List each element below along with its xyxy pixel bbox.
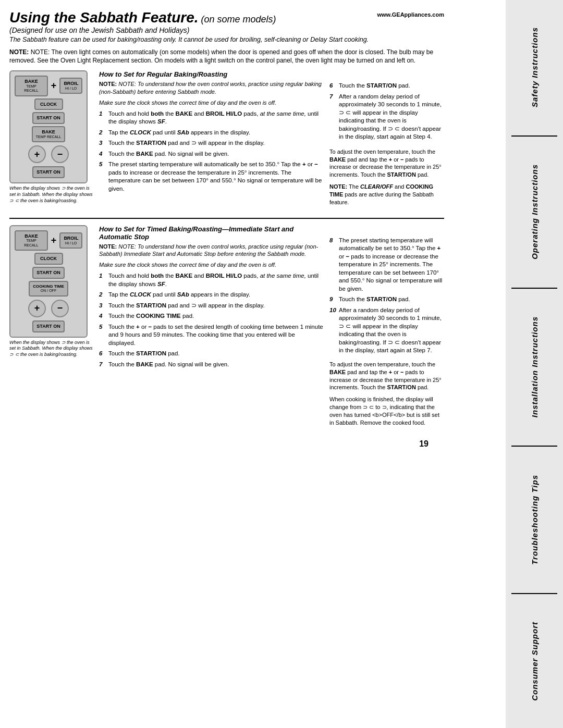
panel2-clock-row: CLOCK xyxy=(15,253,82,265)
right-instructions-col-1: 6 Touch the START/ON pad. 7 After a rand… xyxy=(329,70,444,209)
step-1-6: 6 Touch the START/ON pad. xyxy=(329,82,444,90)
section-divider xyxy=(9,218,444,219)
panel-start2-row: START ON xyxy=(15,166,82,178)
instructions-col-2: How to Set for Timed Baking/Roasting—Imm… xyxy=(99,225,323,431)
adjust-note-2: To adjust the oven temperature, touch th… xyxy=(329,361,444,391)
sidebar-divider-4 xyxy=(511,593,557,594)
sidebar-divider-1 xyxy=(511,135,557,137)
section2-clock-note: Make sure the clock shows the correct ti… xyxy=(99,261,323,269)
section1-clock-note: Make sure the clock shows the correct ti… xyxy=(99,99,323,107)
instructions-col-1: How to Set for Regular Baking/Roasting N… xyxy=(99,70,323,209)
start-on-button: START ON xyxy=(32,112,64,124)
clock2-button: CLOCK xyxy=(34,253,63,265)
step-1-4: 4 Touch the BAKE pad. No signal will be … xyxy=(99,150,323,158)
pm-row-1: + − xyxy=(28,145,69,163)
panel-caption-1: When the display shows ⊃ the oven is set… xyxy=(9,186,93,204)
panel2-start2-row: START ON xyxy=(15,320,82,332)
step-2-4: 4 Touch the COOKING TIME pad. xyxy=(99,312,323,320)
page-title: Using the Sabbath Feature. (on some mode… xyxy=(9,9,276,34)
step-2-2: 2 Tap the CLOCK pad until SAb appears in… xyxy=(99,291,323,299)
title-main: Using the Sabbath Feature. xyxy=(9,9,199,26)
panel-bake2-row: BAKE TEMP RECALL xyxy=(15,126,82,142)
step-2-5: 5 Touch the + or − pads to set the desir… xyxy=(99,323,323,348)
adjust-note-1: To adjust the oven temperature, touch th… xyxy=(329,148,444,179)
main-content: Using the Sabbath Feature. (on some mode… xyxy=(0,0,454,458)
cooking-time-button: COOKING TIME ON / OFF xyxy=(29,281,68,297)
control-panel-col-1: BAKE TEMP RECALL + BROIL HI / LO CLOCK xyxy=(9,70,93,209)
note-clear-1: NOTE: The CLEAR/OFF and COOKING TIME pad… xyxy=(329,183,444,206)
plus-icon: + xyxy=(51,80,57,91)
section2-note: NOTE: NOTE: To understand how the oven c… xyxy=(99,243,323,258)
step-2-6: 6 Touch the START/ON pad. xyxy=(99,350,323,358)
pm-row-2: + − xyxy=(28,300,69,317)
sidebar-divider-3 xyxy=(511,446,557,447)
start2-on2-button: START ON xyxy=(32,320,64,332)
section1: BAKE TEMP RECALL + BROIL HI / LO CLOCK xyxy=(9,70,444,209)
panel-caption-2: When the display shows ⊃ the oven is set… xyxy=(9,340,93,358)
step-1-1: 1 Touch and hold both the BAKE and BROIL… xyxy=(99,110,323,126)
section2-header: How to Set for Timed Baking/Roasting—Imm… xyxy=(99,225,323,241)
panel-start-row: START ON xyxy=(15,112,82,124)
broil2-button: BROIL HI / LO xyxy=(59,232,82,249)
panel2-cooking-time-row: COOKING TIME ON / OFF xyxy=(15,281,82,297)
step-1-2: 2 Tap the CLOCK pad until SAb appears in… xyxy=(99,129,323,137)
panel2-bake-broil-row: BAKE TEMP RECALL + BROIL HI / LO xyxy=(15,230,82,251)
section2: BAKE TEMP RECALL + BROIL HI / LO CLOCK xyxy=(9,225,444,431)
step-1-5: 5 The preset starting temperature will a… xyxy=(99,161,323,193)
sidebar-consumer: Consumer Support xyxy=(530,616,539,706)
sidebar-safety: Safety Instructions xyxy=(530,22,539,113)
sidebar-troubleshooting: Troubleshooting Tips xyxy=(530,470,539,570)
plus-icon-s2: + xyxy=(51,235,57,246)
sidebar-operating: Operating Instructions xyxy=(530,159,539,265)
panel2-start-row: START ON xyxy=(15,267,82,279)
start-on2-button: START ON xyxy=(32,166,64,178)
control-panel-col-2: BAKE TEMP RECALL + BROIL HI / LO CLOCK xyxy=(9,225,93,431)
sidebar-divider-2 xyxy=(511,288,557,289)
sidebar-installation: Installation Instructions xyxy=(530,311,539,423)
plus-circle-s2: + xyxy=(28,300,46,317)
step-2-9: 9 Touch the START/ON pad. xyxy=(329,295,444,304)
minus-circle-s2: − xyxy=(51,300,69,317)
control-panel-2: BAKE TEMP RECALL + BROIL HI / LO CLOCK xyxy=(9,225,88,338)
website-url: www.GEAppliances.com xyxy=(377,11,444,18)
bake2-button: BAKE TEMP RECALL xyxy=(32,126,66,142)
step-2-1: 1 Touch and hold both the BAKE and BROIL… xyxy=(99,272,323,288)
plus-circle: + xyxy=(28,145,46,163)
minus-circle: − xyxy=(51,145,69,163)
start2-on-button: START ON xyxy=(32,267,64,279)
step-2-7: 7 Touch the BAKE pad. No signal will be … xyxy=(99,361,323,369)
bake-button: BAKE TEMP RECALL xyxy=(15,76,48,96)
page-header: Using the Sabbath Feature. (on some mode… xyxy=(9,9,444,34)
page-number: 19 xyxy=(9,439,444,449)
control-panel-1: BAKE TEMP RECALL + BROIL HI / LO CLOCK xyxy=(9,70,88,183)
clock-button: CLOCK xyxy=(34,98,63,110)
step-2-8: 8 The preset starting temperature will a… xyxy=(329,237,444,293)
step-1-3: 3 Touch the START/ON pad and ⊃ will appe… xyxy=(99,139,323,147)
section1-note: NOTE: NOTE: To understand how the oven c… xyxy=(99,80,323,96)
panel-clock-row: CLOCK xyxy=(15,98,82,110)
step-1-7: 7 After a random delay period of approxi… xyxy=(329,93,444,141)
step-2-10: 10 After a random delay period of approx… xyxy=(329,306,444,355)
panel-bake-broil-row: BAKE TEMP RECALL + BROIL HI / LO xyxy=(15,76,82,96)
step-2-3: 3 Touch the START/ON pad and ⊃ will appe… xyxy=(99,302,323,310)
intro-text: The Sabbath feature can be used for baki… xyxy=(9,35,444,45)
section1-header: How to Set for Regular Baking/Roasting xyxy=(99,70,323,78)
finish-note: When cooking is finished, the display wi… xyxy=(329,396,444,426)
broil-button: BROIL HI / LO xyxy=(59,78,82,94)
title-suffix: (on some models) xyxy=(199,14,276,24)
note-text: NOTE: NOTE: The oven light comes on auto… xyxy=(9,48,444,66)
right-instructions-col-2: 8 The preset starting temperature will a… xyxy=(329,225,444,431)
bake2-button-s2: BAKE TEMP RECALL xyxy=(15,230,48,251)
page-subtitle: (Designed for use on the Jewish Sabbath … xyxy=(9,26,276,34)
right-sidebar: Safety Instructions Operating Instructio… xyxy=(506,0,563,728)
